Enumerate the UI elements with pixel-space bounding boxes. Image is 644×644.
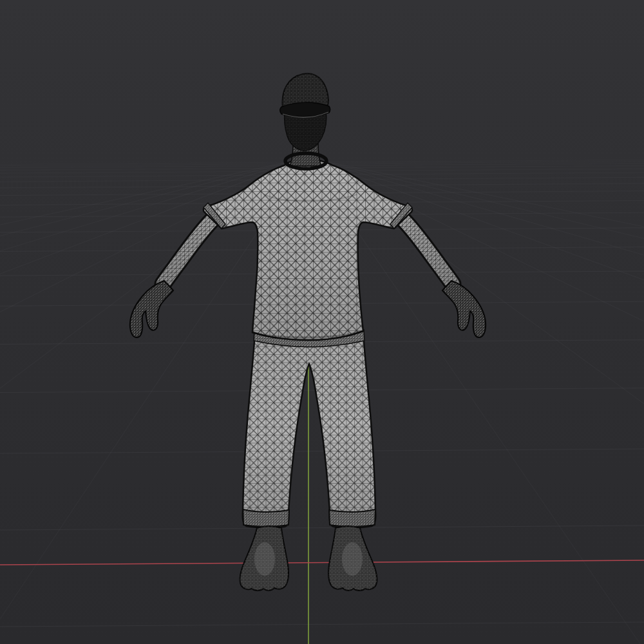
viewport-3d[interactable] [0, 0, 644, 644]
pants-cuff-left-wires [243, 509, 289, 527]
right-shoe-highlight [342, 542, 363, 576]
pants-cuff-right-wires [329, 509, 375, 527]
left-shoe-highlight [254, 542, 275, 576]
viewport-canvas[interactable] [0, 0, 644, 644]
